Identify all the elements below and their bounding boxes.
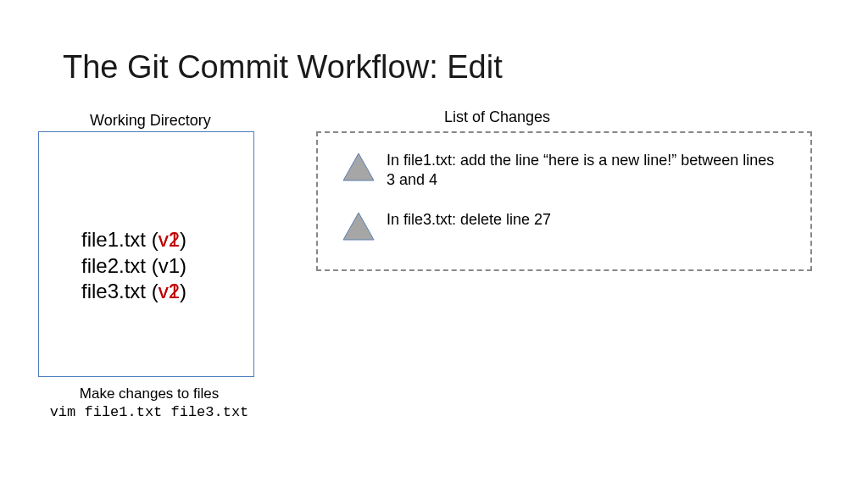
change-item: In file3.txt: delete line 27 — [342, 210, 800, 240]
file-name: file3.txt — [81, 280, 146, 302]
working-directory-caption: Make changes to files — [73, 385, 225, 402]
file-version: v1v2 — [159, 279, 180, 305]
file-version: v1v2 — [159, 227, 180, 253]
file-row: file1.txt (v1v2) — [81, 227, 186, 253]
file-row: file3.txt (v1v2) — [81, 279, 186, 305]
working-directory-label: Working Directory — [90, 112, 211, 130]
change-text: In file3.txt: delete line 27 — [387, 210, 551, 230]
svg-marker-0 — [343, 153, 374, 180]
triangle-icon — [342, 212, 375, 240]
changes-label: List of Changes — [444, 108, 550, 126]
file-name: file2.txt — [81, 254, 146, 277]
slide: The Git Commit Workflow: Edit Working Di… — [0, 0, 868, 488]
triangle-icon — [342, 152, 375, 180]
file-row: file2.txt (v1) — [81, 253, 186, 280]
working-directory-command: vim file1.txt file3.txt — [39, 404, 259, 420]
file-version: v1 — [159, 254, 180, 277]
slide-title: The Git Commit Workflow: Edit — [63, 49, 503, 86]
file-list: file1.txt (v1v2) file2.txt (v1) file3.tx… — [81, 227, 186, 305]
change-text: In file1.txt: add the line “here is a ne… — [387, 151, 785, 189]
change-item: In file1.txt: add the line “here is a ne… — [342, 151, 800, 189]
file-name: file1.txt — [81, 228, 146, 251]
svg-marker-1 — [343, 213, 374, 240]
